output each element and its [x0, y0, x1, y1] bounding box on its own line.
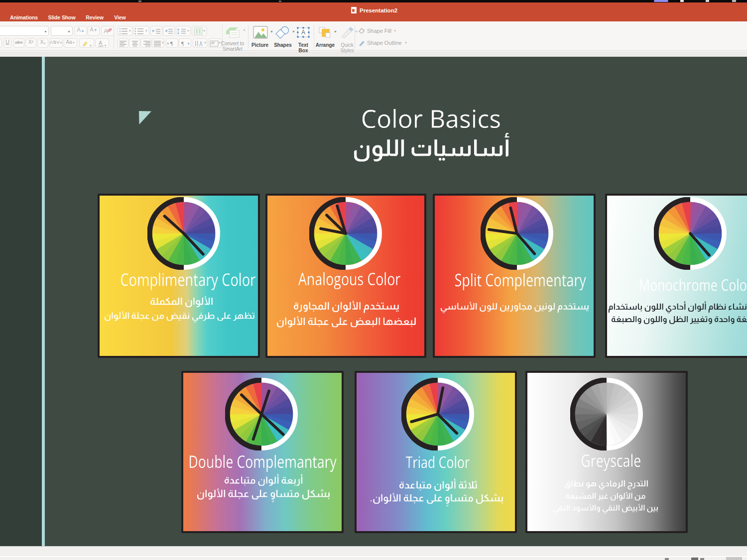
svg-text:¶: ¶ — [170, 40, 173, 46]
svg-text:A: A — [104, 27, 108, 35]
svg-text:A: A — [99, 40, 103, 46]
svg-text:A: A — [301, 29, 305, 36]
svg-text:¶: ¶ — [181, 40, 184, 46]
